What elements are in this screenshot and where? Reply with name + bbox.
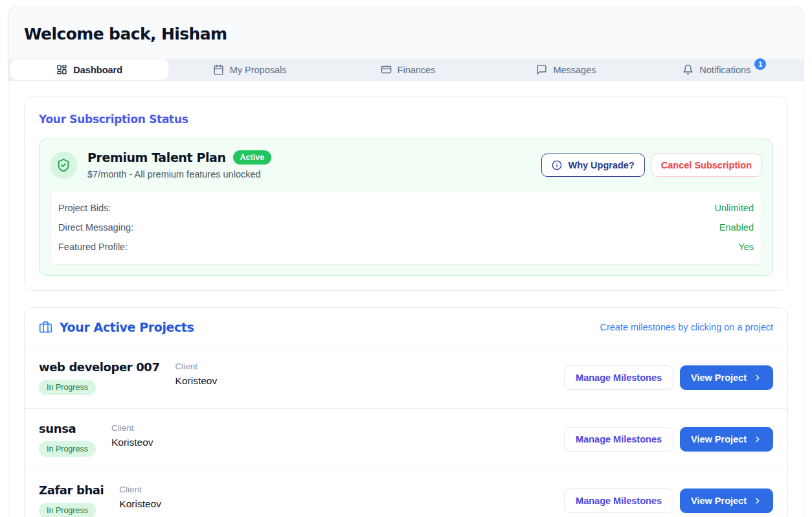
project-title: Zafar bhai	[39, 483, 104, 497]
message-square-icon	[536, 64, 547, 75]
manage-milestones-button[interactable]: Manage Milestones	[564, 488, 673, 513]
content-area: Your Subscription Status Premium Talent …	[8, 81, 804, 517]
tab-label: My Proposals	[230, 65, 287, 75]
tab-dashboard[interactable]: Dashboard	[10, 60, 168, 80]
tab-my-proposals[interactable]: My Proposals	[170, 59, 328, 80]
feature-label: Direct Messaging:	[58, 222, 133, 233]
status-badge: In Progress	[39, 380, 96, 395]
view-project-label: View Project	[691, 496, 747, 506]
tab-finances[interactable]: Finances	[329, 59, 487, 80]
client-label: Client	[119, 483, 161, 494]
plan-name: Premium Talent Plan	[87, 150, 226, 165]
client-name: Koristeov	[175, 375, 218, 387]
why-upgrade-button[interactable]: Why Upgrade?	[541, 154, 644, 177]
calendar-icon	[213, 64, 224, 75]
active-projects-title: Your Active Projects	[60, 320, 194, 334]
dashboard-grid-icon	[56, 64, 67, 75]
tab-messages[interactable]: Messages	[487, 59, 645, 80]
tab-label: Messages	[553, 65, 596, 75]
manage-milestones-button[interactable]: Manage Milestones	[564, 365, 673, 390]
status-badge: In Progress	[39, 441, 96, 457]
feature-row: Direct Messaging: Enabled	[58, 218, 754, 237]
credit-card-icon	[381, 64, 392, 75]
client-name: Koristeov	[119, 498, 161, 510]
active-projects-card: Your Active Projects Create milestones b…	[24, 307, 788, 517]
page-title: Welcome back, Hisham	[24, 25, 788, 43]
status-badge: In Progress	[39, 503, 96, 517]
project-row[interactable]: sunsa In Progress Client Koristeov Manag…	[25, 408, 787, 470]
project-row[interactable]: Zafar bhai In Progress Client Koristeov …	[25, 470, 787, 517]
feature-label: Featured Profile:	[58, 242, 128, 252]
subscription-section-title: Your Subscription Status	[39, 113, 773, 126]
tab-label: Notifications	[699, 65, 750, 75]
project-title: web developer 007	[39, 360, 160, 374]
client-label: Client	[175, 360, 218, 371]
tab-label: Finances	[398, 65, 436, 75]
client-label: Client	[111, 422, 153, 433]
plan-description: $7/month - All premium features unlocked	[87, 169, 271, 179]
view-project-button[interactable]: View Project	[680, 365, 773, 390]
chevron-right-icon	[753, 373, 762, 382]
why-upgrade-label: Why Upgrade?	[568, 160, 634, 170]
tab-notifications[interactable]: Notifications 1	[646, 59, 804, 80]
plan-status-badge: Active	[233, 150, 272, 165]
chevron-right-icon	[753, 435, 762, 444]
welcome-header: Welcome back, Hisham	[8, 7, 804, 59]
plan-panel: Premium Talent Plan Active $7/month - Al…	[39, 139, 773, 276]
subscription-card: Your Subscription Status Premium Talent …	[24, 97, 788, 291]
feature-label: Project Bids:	[58, 203, 111, 213]
notification-count-badge: 1	[754, 58, 766, 70]
project-title: sunsa	[39, 422, 96, 435]
feature-value: Enabled	[719, 222, 754, 233]
view-project-label: View Project	[691, 434, 747, 444]
briefcase-icon	[39, 321, 52, 334]
chevron-right-icon	[753, 496, 762, 505]
cancel-subscription-button[interactable]: Cancel Subscription	[651, 154, 762, 177]
feature-value: Unlimited	[715, 203, 754, 213]
shield-check-icon	[50, 152, 77, 179]
create-milestones-hint[interactable]: Create milestones by clicking on a proje…	[600, 322, 773, 332]
plan-features-panel: Project Bids: Unlimited Direct Messaging…	[50, 190, 762, 265]
info-icon	[552, 160, 562, 170]
client-name: Koristeov	[111, 437, 153, 448]
active-projects-header: Your Active Projects Create milestones b…	[25, 308, 787, 347]
view-project-button[interactable]: View Project	[680, 488, 773, 513]
bell-icon	[682, 64, 694, 75]
view-project-button[interactable]: View Project	[680, 427, 773, 452]
view-project-label: View Project	[691, 373, 747, 383]
project-row[interactable]: web developer 007 In Progress Client Kor…	[25, 347, 787, 408]
main-panel: Welcome back, Hisham Dashboard My Propos…	[8, 6, 804, 517]
manage-milestones-button[interactable]: Manage Milestones	[564, 427, 673, 452]
feature-value: Yes	[738, 242, 754, 252]
tab-bar: Dashboard My Proposals Finances Messages…	[8, 59, 804, 81]
tab-label: Dashboard	[73, 65, 122, 75]
feature-row: Featured Profile: Yes	[58, 237, 754, 257]
feature-row: Project Bids: Unlimited	[58, 198, 754, 218]
